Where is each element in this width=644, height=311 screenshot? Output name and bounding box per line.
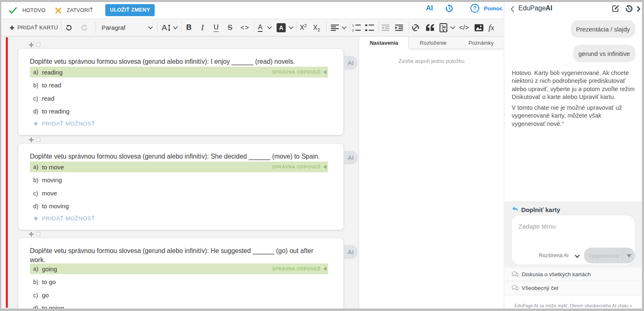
svg-text:1: 1 bbox=[352, 24, 354, 27]
svg-text:?: ? bbox=[473, 5, 476, 11]
svg-text:2: 2 bbox=[352, 29, 354, 31]
